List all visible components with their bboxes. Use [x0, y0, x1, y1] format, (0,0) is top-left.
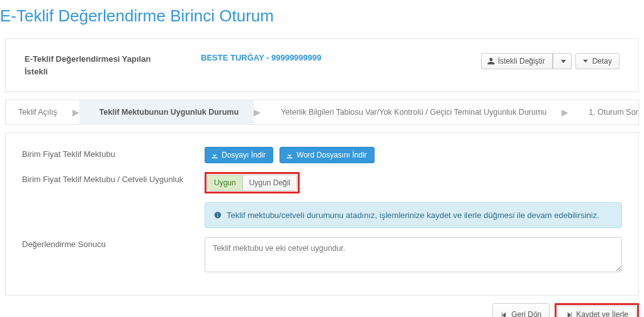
wizard-step-2[interactable]: Teklif Mektubunun Uygunluk Durumu [79, 100, 254, 124]
compliance-toggle: Uygun Uygun Değil [207, 175, 297, 191]
download-file-button[interactable]: Dosyayı İndir [205, 147, 273, 163]
info-icon: ❶ [214, 210, 223, 219]
back-label: Geri Dön [511, 310, 541, 317]
offer-letter-label: Birim Fiyat Teklif Mektubu [22, 147, 205, 159]
user-icon [487, 57, 495, 65]
save-next-label: Kaydet ve İlerle [576, 310, 628, 317]
download-word-label: Word Dosyasını İndir [297, 151, 367, 159]
download-file-label: Dosyayı İndir [222, 151, 266, 159]
page-title: E-Teklif Değerlendirme Birinci Oturum [0, 0, 644, 35]
wizard-arrow-icon: ▶ [72, 100, 79, 124]
wizard-step-4[interactable]: 1. Oturum Sonu [568, 100, 639, 124]
evaluation-form-panel: Birim Fiyat Teklif Mektubu Dosyayı İndir… [5, 132, 639, 296]
compliance-option-notok[interactable]: Uygun Değil [243, 175, 297, 190]
wizard-arrow-icon: ▶ [254, 100, 261, 124]
evaluation-result-textarea[interactable] [205, 237, 622, 272]
wizard-step-1[interactable]: Teklif Açılış [6, 100, 72, 124]
info-alert-text: Teklif mektubu/cetveli durumunu atadınız… [227, 210, 599, 220]
info-alert: ❶Teklif mektubu/cetveli durumunu atadını… [205, 202, 622, 228]
bidder-info-panel: E-Teklif Değerlendirmesi Yapılan İstekli… [5, 38, 639, 92]
bidder-value: BESTE TURĞAY - 99999999999 [201, 53, 456, 62]
wizard-arrow-icon: ▶ [562, 100, 568, 124]
back-button[interactable]: Geri Dön [492, 303, 550, 317]
step-back-icon [500, 311, 508, 317]
highlight-uygun: Uygun Uygun Değil [205, 172, 300, 193]
wizard-steps: Teklif Açılış ▶ Teklif Mektubunun Uygunl… [5, 100, 639, 125]
change-bidder-button[interactable]: İstekli Değiştir [481, 53, 553, 69]
chevron-down-icon [582, 57, 589, 65]
detail-label: Detay [592, 57, 612, 66]
footer-actions: Geri Dön Kaydet ve İlerle [0, 303, 644, 317]
bidder-label: E-Teklif Değerlendirmesi Yapılan İstekli [25, 53, 176, 78]
download-icon [211, 151, 218, 159]
chevron-down-icon [561, 60, 566, 63]
compliance-option-ok[interactable]: Uygun [208, 175, 243, 190]
result-label: Değerlendirme Sonucu [22, 237, 205, 249]
change-bidder-button-group: İstekli Değiştir [481, 53, 572, 69]
save-next-button[interactable]: Kaydet ve İlerle [557, 306, 636, 317]
change-bidder-label: İstekli Değiştir [498, 57, 545, 66]
download-word-button[interactable]: Word Dosyasını İndir [280, 147, 375, 163]
change-bidder-dropdown[interactable] [553, 53, 572, 69]
highlight-save-next: Kaydet ve İlerle [555, 303, 639, 317]
detail-button[interactable]: Detay [575, 53, 619, 69]
wizard-step-3[interactable]: Yeterlik Bilgileri Tablosu Var/Yok Kontr… [261, 100, 562, 124]
step-forward-icon [565, 311, 573, 317]
download-icon [286, 151, 293, 159]
compliance-label: Birim Fiyat Teklif Mektubu / Cetveli Uyg… [22, 172, 205, 184]
